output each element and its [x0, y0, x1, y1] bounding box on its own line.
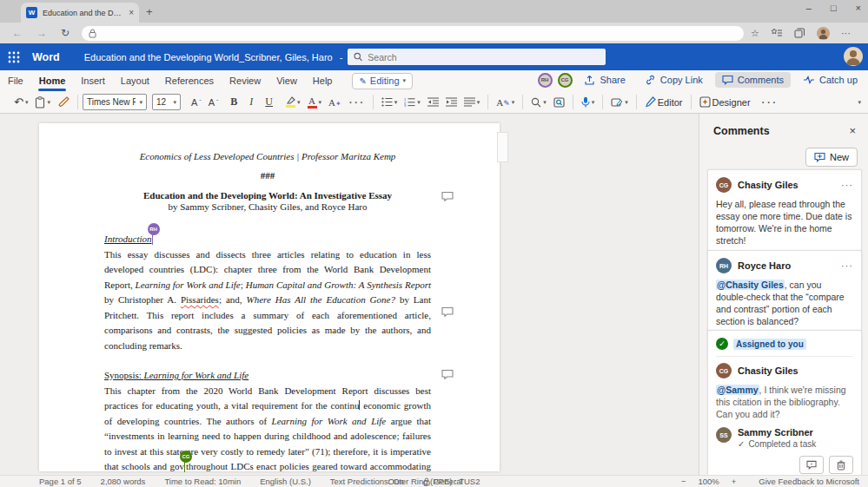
- paste-button[interactable]: ▾: [31, 96, 54, 109]
- feedback-link[interactable]: Give Feedback to Microsoft: [759, 477, 859, 486]
- collapse-ribbon-button[interactable]: ▾: [854, 99, 865, 106]
- margin-comment-icon[interactable]: [441, 369, 454, 379]
- comment-card-resolved-task[interactable]: ✓ Assigned to you CG Chasity Giles @Samm…: [707, 330, 862, 482]
- comment-menu-icon[interactable]: ···: [841, 260, 853, 271]
- numbering-button[interactable]: 123 ▾: [401, 97, 424, 107]
- find-button[interactable]: ▾: [527, 97, 550, 108]
- zoom-level[interactable]: 100%: [698, 477, 719, 486]
- search-box[interactable]: [348, 49, 606, 65]
- shrink-font-button[interactable]: Aˇ: [205, 97, 222, 108]
- share-button[interactable]: Share: [578, 72, 633, 88]
- app-name[interactable]: Word: [32, 51, 60, 63]
- bold-button[interactable]: B: [227, 95, 241, 109]
- tab-references[interactable]: References: [157, 72, 222, 89]
- app-launcher-waffle-icon[interactable]: [8, 51, 20, 63]
- tab-file[interactable]: File: [0, 72, 31, 89]
- close-comments-icon[interactable]: ×: [849, 124, 856, 137]
- tab-home[interactable]: Home: [31, 72, 74, 89]
- window-minimize-button[interactable]: –: [806, 3, 812, 13]
- account-avatar[interactable]: [844, 47, 863, 66]
- italic-button[interactable]: I: [246, 95, 256, 109]
- highlight-color-button[interactable]: ▾: [282, 96, 304, 108]
- format-painter-button[interactable]: [54, 96, 73, 108]
- document-content[interactable]: Economics of Less Developed Countries | …: [39, 123, 500, 487]
- collections-icon[interactable]: [794, 28, 805, 38]
- text-effects-button[interactable]: A✦: [325, 97, 345, 108]
- browser-profile-avatar[interactable]: [817, 27, 830, 40]
- comment-menu-icon[interactable]: ···: [841, 180, 853, 190]
- styles-button[interactable]: A✎ ▾: [493, 97, 518, 108]
- favorite-star-icon[interactable]: ☆: [751, 28, 759, 39]
- back-icon[interactable]: ←: [12, 27, 23, 39]
- word-count[interactable]: 2,080 words: [101, 477, 146, 486]
- alignment-button[interactable]: ▾: [461, 97, 484, 107]
- reopen-thread-button[interactable]: [799, 456, 824, 474]
- sensitivity-button[interactable]: ▾: [607, 97, 632, 108]
- grow-font-button[interactable]: Aˆ: [188, 97, 205, 108]
- window-close-button[interactable]: ×: [856, 3, 861, 13]
- bullets-button[interactable]: ▾: [378, 97, 401, 107]
- address-field[interactable]: [82, 26, 744, 41]
- more-font-options-button[interactable]: ···: [345, 95, 368, 110]
- underline-button[interactable]: U: [262, 95, 276, 109]
- editor-pen-icon: [645, 96, 656, 108]
- chevron-down-icon: ▾: [25, 99, 29, 106]
- presence-avatar-chasity[interactable]: CG: [558, 73, 573, 88]
- introduction-paragraph[interactable]: This essay discusses and dissects three …: [104, 247, 431, 354]
- more-toolbar-options-button[interactable]: ···: [758, 95, 781, 110]
- dictate-button[interactable]: ▾: [578, 96, 599, 108]
- comments-button[interactable]: Comments: [715, 72, 791, 88]
- page-count[interactable]: Page 1 of 5: [39, 477, 82, 486]
- catch-up-button[interactable]: Catch up: [796, 72, 865, 88]
- editing-mode-button[interactable]: ✎ Editing ▾: [352, 73, 413, 89]
- undo-button[interactable]: ↶ ▾: [10, 95, 31, 109]
- presence-avatar-royce[interactable]: RH: [538, 73, 553, 88]
- browser-tab[interactable]: W Education and the Developing W ×: [21, 3, 139, 23]
- font-size-combobox[interactable]: 12 ▾: [152, 94, 181, 110]
- zoom-out-button[interactable]: −: [681, 477, 686, 486]
- forward-icon[interactable]: →: [36, 27, 47, 39]
- document-title[interactable]: Education and the Developing World_Scrib…: [84, 52, 333, 63]
- delete-thread-button[interactable]: [829, 456, 853, 474]
- mention-chip[interactable]: @Sammy: [716, 385, 759, 395]
- editor-button[interactable]: Editor: [641, 96, 686, 108]
- tab-view[interactable]: View: [268, 72, 305, 89]
- find-and-replace-button[interactable]: [550, 97, 568, 108]
- margin-comment-icon[interactable]: [441, 191, 454, 201]
- tab-layout[interactable]: Layout: [113, 72, 157, 89]
- section-heading-introduction[interactable]: IntroductionRH: [104, 232, 431, 247]
- font-color-button[interactable]: A ▾: [304, 96, 326, 109]
- copy-link-button[interactable]: Copy Link: [638, 72, 710, 88]
- divider: [573, 95, 573, 109]
- new-tab-button[interactable]: +: [146, 5, 153, 18]
- new-comment-button[interactable]: New: [805, 148, 858, 167]
- tab-review[interactable]: Review: [222, 72, 268, 89]
- synopsis-paragraph[interactable]: This chapter from the 2020 World Bank De…: [104, 384, 431, 487]
- tab-insert[interactable]: Insert: [73, 72, 113, 89]
- essay-byline[interactable]: by Sammy Scribner, Chasity Giles, and Ro…: [104, 201, 431, 213]
- environment-ring: Outer Ring (PPE) : TUS2: [388, 477, 480, 486]
- browser-menu-icon[interactable]: ···: [841, 28, 851, 38]
- designer-button[interactable]: Designer: [696, 96, 754, 108]
- language[interactable]: English (U.S.): [260, 477, 311, 486]
- section-heading-synopsis[interactable]: Synopsis: Learning for Work and Life: [104, 368, 431, 384]
- document-scrollbar-thumb[interactable]: [497, 132, 508, 162]
- favorites-list-icon[interactable]: [771, 28, 783, 38]
- course-header-line[interactable]: Economics of Less Developed Countries | …: [104, 150, 431, 162]
- window-maximize-button[interactable]: □: [831, 3, 837, 13]
- search-input[interactable]: [368, 52, 600, 63]
- increase-indent-button[interactable]: [442, 97, 461, 107]
- tab-close-icon[interactable]: ×: [129, 8, 134, 17]
- font-name-combobox[interactable]: Times New Ro... ▾: [83, 94, 147, 110]
- tab-help[interactable]: Help: [305, 72, 341, 89]
- margin-comment-icon[interactable]: [441, 306, 454, 317]
- time-to-read[interactable]: Time to Read: 10min: [164, 477, 241, 486]
- zoom-in-button[interactable]: +: [732, 477, 737, 486]
- document-page[interactable]: Economics of Less Developed Countries | …: [39, 123, 500, 471]
- mention-chip[interactable]: @Chasity Giles: [716, 280, 785, 290]
- new-comment-icon: [814, 152, 825, 162]
- decrease-indent-button[interactable]: [424, 97, 442, 107]
- refresh-icon[interactable]: ↻: [61, 27, 70, 39]
- separator-line[interactable]: ###: [104, 170, 431, 181]
- essay-title[interactable]: Education and the Developing World: An I…: [104, 190, 431, 201]
